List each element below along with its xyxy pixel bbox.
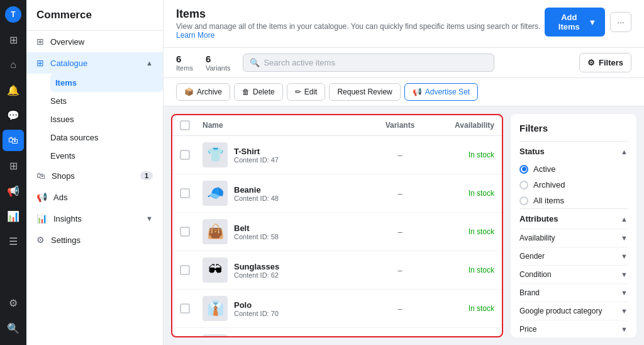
- items-label: Items: [176, 64, 193, 72]
- page-description: View and manage all of the items in your…: [176, 22, 545, 40]
- row-checkbox[interactable]: [180, 188, 190, 198]
- attr-availability[interactable]: Availability ▼: [519, 229, 628, 247]
- item-thumbnail: 👕: [203, 142, 228, 167]
- sidebar-item-settings[interactable]: ⚙ Settings: [26, 229, 163, 251]
- item-variants: –: [369, 227, 431, 237]
- row-checkbox[interactable]: [180, 265, 190, 275]
- sidebar-item-label: Shops: [52, 171, 75, 181]
- avatar[interactable]: T: [5, 6, 21, 23]
- table-body: 👕 T-Shirt Content ID: 47 – In stock 🧢: [172, 136, 502, 336]
- item-thumbnail: 🧢: [203, 181, 228, 206]
- grid-nav-icon[interactable]: ⊞: [3, 155, 24, 176]
- sidebar-sub-item-items[interactable]: Items: [50, 74, 163, 92]
- settings-nav-icon[interactable]: ⚙: [3, 292, 24, 314]
- overview-icon: ⊞: [36, 37, 44, 47]
- sidebar-item-label: Insights: [53, 214, 82, 223]
- insights-icon: 📊: [36, 213, 47, 223]
- home-nav-icon[interactable]: ⌂: [3, 54, 24, 76]
- col-variants-header: Variants: [369, 121, 431, 130]
- chat-nav-icon[interactable]: 💬: [3, 105, 24, 126]
- status-option-active[interactable]: Active: [519, 161, 628, 177]
- chevron-down-icon: ▼: [621, 234, 628, 242]
- sidebar-item-label: Settings: [51, 235, 80, 245]
- header-right: Add Items ▼ ···: [545, 8, 631, 37]
- sidebar-sub-item-events[interactable]: Events: [50, 147, 163, 165]
- chevron-down-icon: ▼: [621, 271, 628, 278]
- item-info: 🕶 Sunglasses Content ID: 62: [203, 257, 369, 283]
- search-nav-icon[interactable]: 🔍: [3, 317, 24, 339]
- main-content: Items View and manage all of the items i…: [164, 0, 644, 345]
- table-header: Name Variants Availability: [172, 115, 502, 136]
- item-variants: –: [369, 304, 431, 314]
- megaphone-nav-icon[interactable]: 📢: [3, 180, 24, 201]
- item-availability: In stock: [431, 266, 494, 274]
- megaphone-icon: 📢: [413, 88, 422, 96]
- sidebar-sub-item-issues[interactable]: Issues: [50, 110, 163, 128]
- table-row: 👕 T-Shirt Content ID: 47 – In stock: [172, 136, 502, 174]
- add-items-button[interactable]: Add Items ▼: [545, 8, 605, 37]
- sidebar-item-ads[interactable]: 📢 Ads: [26, 186, 163, 208]
- item-name: Polo: [234, 300, 279, 310]
- toolbar: 📦 Archive 🗑 Delete ✏ Edit Request Review…: [164, 78, 644, 106]
- item-id: Content ID: 47: [234, 156, 279, 164]
- hamburger-nav-icon[interactable]: ☰: [3, 230, 24, 252]
- sidebar-sub-item-data-sources[interactable]: Data sources: [50, 128, 163, 147]
- item-thumbnail: 🎩: [203, 334, 228, 336]
- sidebar-item-overview[interactable]: ⊞ Overview: [26, 31, 163, 52]
- archive-button[interactable]: 📦 Archive: [176, 83, 230, 101]
- sidebar-sub-item-sets[interactable]: Sets: [50, 92, 163, 110]
- overview-nav-icon[interactable]: ⊞: [3, 29, 24, 50]
- select-all-checkbox[interactable]: [180, 120, 190, 130]
- item-name: Beanie: [234, 185, 279, 195]
- status-section-header[interactable]: Status ▲: [519, 141, 628, 161]
- search-box[interactable]: 🔍 Search active items: [243, 54, 494, 72]
- shops-badge: 1: [140, 171, 153, 180]
- item-name: Belt: [234, 223, 279, 233]
- chevron-down-icon: ▼: [621, 325, 628, 333]
- radio-active[interactable]: [519, 165, 528, 174]
- item-id: Content ID: 58: [234, 233, 279, 240]
- row-checkbox[interactable]: [180, 227, 190, 237]
- item-info: 🎩 Cap Content ID: 60: [203, 334, 369, 336]
- item-availability: In stock: [431, 150, 494, 159]
- status-options: Active Archived All items: [519, 161, 628, 208]
- bell-nav-icon[interactable]: 🔔: [3, 79, 24, 101]
- attr-price[interactable]: Price ▼: [519, 320, 628, 337]
- delete-button[interactable]: 🗑 Delete: [234, 83, 283, 101]
- advertise-set-button[interactable]: 📢 Advertise Set: [404, 83, 478, 101]
- table-row: 👔 Polo Content ID: 70 – In stock: [172, 290, 502, 328]
- catalogue-sub-menu: Items Sets Issues Data sources Events: [26, 74, 163, 165]
- status-option-archived[interactable]: Archived: [519, 177, 628, 193]
- filters-button[interactable]: ⚙ Filters: [579, 53, 631, 72]
- status-option-all[interactable]: All items: [519, 193, 628, 208]
- attr-google-product-category[interactable]: Google product category ▼: [519, 302, 628, 320]
- request-review-button[interactable]: Request Review: [329, 83, 400, 101]
- sidebar-item-shops[interactable]: 🛍 Shops 1: [26, 165, 163, 186]
- radio-archived[interactable]: [519, 181, 528, 189]
- more-options-button[interactable]: ···: [610, 12, 631, 32]
- sidebar-item-label: Ads: [53, 193, 67, 202]
- radio-all[interactable]: [519, 196, 528, 205]
- icon-sidebar: T ⊞ ⌂ 🔔 💬 🛍 ⊞ 📢 📊 ☰ ⚙ 🔍: [0, 0, 26, 345]
- attributes-section-header[interactable]: Attributes ▲: [519, 208, 628, 229]
- learn-more-link[interactable]: Learn More: [176, 31, 214, 40]
- delete-icon: 🗑: [242, 88, 250, 96]
- attr-condition[interactable]: Condition ▼: [519, 265, 628, 283]
- item-id: Content ID: 70: [234, 310, 279, 317]
- variants-label: Variants: [206, 64, 231, 72]
- edit-button[interactable]: ✏ Edit: [287, 83, 326, 101]
- edit-icon: ✏: [295, 88, 301, 96]
- sidebar-item-label: Overview: [50, 37, 84, 47]
- sidebar-item-insights[interactable]: 📊 Insights ▼: [26, 208, 163, 229]
- row-checkbox[interactable]: [180, 150, 190, 160]
- chevron-down-icon: ▼: [621, 289, 628, 297]
- chart-nav-icon[interactable]: 📊: [3, 205, 24, 227]
- item-variants: –: [369, 150, 431, 160]
- attr-gender[interactable]: Gender ▼: [519, 247, 628, 265]
- sidebar-item-catalogue[interactable]: ⊞ Catalogue ▲: [26, 52, 163, 74]
- chevron-down-icon: ▼: [621, 307, 628, 315]
- sidebar-item-label: Catalogue: [50, 59, 87, 68]
- attr-brand[interactable]: Brand ▼: [519, 283, 628, 302]
- row-checkbox[interactable]: [180, 303, 190, 314]
- shop-nav-icon[interactable]: 🛍: [3, 130, 24, 151]
